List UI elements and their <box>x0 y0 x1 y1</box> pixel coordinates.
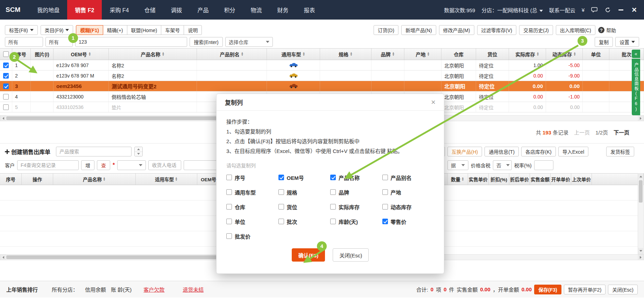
scroll-right-icon[interactable] <box>638 116 644 121</box>
scroll-right-icon[interactable] <box>638 255 644 260</box>
save-button[interactable]: 保存(F3) <box>534 285 561 294</box>
col-name[interactable]: 产品名称 <box>53 174 136 185</box>
copy-option[interactable]: OEM号 <box>278 170 331 185</box>
copy-option[interactable]: 仓库 <box>226 199 278 214</box>
checkbox[interactable] <box>330 175 336 180</box>
caret-down-icon[interactable] <box>135 152 142 156</box>
row-checkbox[interactable] <box>3 83 9 89</box>
sort-icon[interactable] <box>162 52 165 56</box>
store-stock-button[interactable]: 各店库存(K) <box>521 147 556 156</box>
col-name[interactable]: 产品名称 <box>109 49 197 60</box>
swap-product-button[interactable]: 互换产品(H) <box>447 147 482 156</box>
col-seq[interactable]: 序号 <box>0 174 22 185</box>
scroll-down-icon[interactable] <box>638 248 643 254</box>
table-row[interactable]: 1 e123v 678 907 名称2 北京朝阳 待定位 1.00 -5.00 <box>0 60 644 71</box>
col-image[interactable]: 图片(I) <box>31 49 54 60</box>
add-customer-button[interactable]: 增 <box>81 160 94 170</box>
col-slot[interactable]: 货位 <box>476 49 509 60</box>
scroll-up-icon[interactable] <box>638 174 643 180</box>
sales-rank-link[interactable]: 上年销售排行 <box>6 286 38 293</box>
row-checkbox[interactable] <box>3 104 9 110</box>
copy-option[interactable]: 货位 <box>278 199 331 214</box>
inout-detail-button[interactable]: 出入库明细(C) <box>556 25 595 35</box>
col-warehouse[interactable]: 仓库 <box>441 49 476 60</box>
order-table-vscrollbar[interactable] <box>638 173 644 254</box>
menu-item-logistics[interactable]: 物流 <box>243 0 270 20</box>
table-row-selected[interactable]: 3 oem23456 测试通用号码变更2 北京朝阳 待定位 0.00 0.00 <box>0 81 644 92</box>
sort-icon[interactable] <box>461 177 464 181</box>
col-action[interactable]: 操作 <box>22 174 53 185</box>
hold-and-new-button[interactable]: 暂存再开单(F2) <box>564 285 606 294</box>
menu-item-warehouse[interactable]: 仓储 <box>137 0 163 20</box>
close-order-button[interactable]: 关闭(Esc) <box>608 285 638 294</box>
col-origin[interactable]: 产地 <box>404 49 441 60</box>
help-button[interactable]: 帮助 <box>598 27 616 34</box>
col-sale-amount[interactable]: 实售金额 <box>530 174 551 185</box>
col-unit[interactable]: 单位 <box>583 49 609 60</box>
copy-option[interactable]: 单位 <box>226 214 278 229</box>
col-stock[interactable]: 实际库存 <box>509 49 546 60</box>
row-checkbox[interactable] <box>3 73 9 79</box>
menu-item-product[interactable]: 产品 <box>190 0 217 20</box>
receiver-phone-input[interactable] <box>148 160 181 170</box>
close-icon[interactable] <box>631 6 638 13</box>
sort-icon[interactable] <box>350 52 353 56</box>
select-all-checkbox[interactable] <box>3 51 9 57</box>
sort-icon[interactable] <box>427 52 430 56</box>
col-qty[interactable]: 数量 <box>447 174 468 185</box>
origin-filter-select[interactable]: 所有 <box>45 37 73 47</box>
copy-option[interactable]: 产品别名 <box>382 170 434 185</box>
caret-up-icon[interactable] <box>135 147 142 152</box>
import-excel-button[interactable]: 导入Excel <box>558 147 588 156</box>
col-last-price[interactable]: 上次单价 <box>571 174 592 185</box>
sort-icon[interactable] <box>88 52 91 56</box>
col-oem[interactable]: OEM号 <box>54 49 109 60</box>
col-alias[interactable]: 产品别名 <box>197 49 267 60</box>
checkbox[interactable] <box>226 175 232 180</box>
checkbox[interactable] <box>330 219 336 224</box>
refresh-icon[interactable] <box>604 6 611 13</box>
menu-item-sales[interactable]: 销售 F2 <box>67 0 102 20</box>
data-select-partial[interactable]: 据 <box>447 160 468 170</box>
copy-option[interactable]: 通用车型 <box>226 185 278 199</box>
checkbox[interactable] <box>382 204 388 210</box>
checkbox[interactable] <box>226 233 232 239</box>
sort-icon[interactable] <box>175 177 178 181</box>
collapse-panel-icon[interactable] <box>632 50 640 58</box>
col-order-price[interactable]: 开单单价 <box>551 174 571 185</box>
sort-icon[interactable] <box>392 52 395 56</box>
scroll-left-icon[interactable] <box>0 255 6 260</box>
checkbox[interactable] <box>226 204 232 210</box>
row-checkbox[interactable] <box>3 63 9 68</box>
cancel-button[interactable]: 关闭(Esc) <box>333 248 369 262</box>
close-icon[interactable] <box>431 98 436 106</box>
fuzzy-mode-button[interactable]: 模糊(F1) <box>76 25 103 35</box>
warehouse-select[interactable]: 选择仓库 <box>225 37 273 47</box>
copy-option[interactable]: 批次 <box>278 214 331 229</box>
vin-mode-button[interactable]: 车架号 <box>161 25 184 35</box>
checkbox[interactable] <box>278 204 284 210</box>
product-search-input[interactable] <box>56 147 132 156</box>
menu-item-purchase[interactable]: 采购 F4 <box>102 0 136 20</box>
category-filter-button[interactable]: 类目(F9) <box>41 25 73 35</box>
checkbox[interactable] <box>278 189 284 195</box>
query-customer-button[interactable]: 查 <box>97 160 110 170</box>
checkbox[interactable] <box>330 204 336 210</box>
menu-item-my-area[interactable]: 我的地盘 <box>29 0 67 20</box>
copy-option[interactable]: 序号 <box>226 170 278 185</box>
col-discounted-price[interactable]: 折后单价 <box>509 174 530 185</box>
copy-option[interactable]: 零售价 <box>382 214 434 229</box>
row-checkbox[interactable] <box>3 94 9 100</box>
col-seq[interactable]: 序号 <box>12 49 31 60</box>
checkbox[interactable] <box>226 189 232 195</box>
scroll-left-icon[interactable] <box>0 116 6 121</box>
shipping-label-button[interactable]: 发货标签 <box>606 147 634 156</box>
exact-mode-button[interactable]: 精确(+) <box>103 25 127 35</box>
sort-icon[interactable] <box>303 52 305 56</box>
sort-icon[interactable] <box>241 52 244 56</box>
checkbox[interactable] <box>278 219 284 224</box>
checkbox[interactable] <box>226 219 232 224</box>
copy-option[interactable]: 产品名称 <box>330 170 382 185</box>
search-button[interactable]: 搜索(Enter) <box>190 37 223 47</box>
col-model[interactable]: 适用车型 <box>136 174 197 185</box>
